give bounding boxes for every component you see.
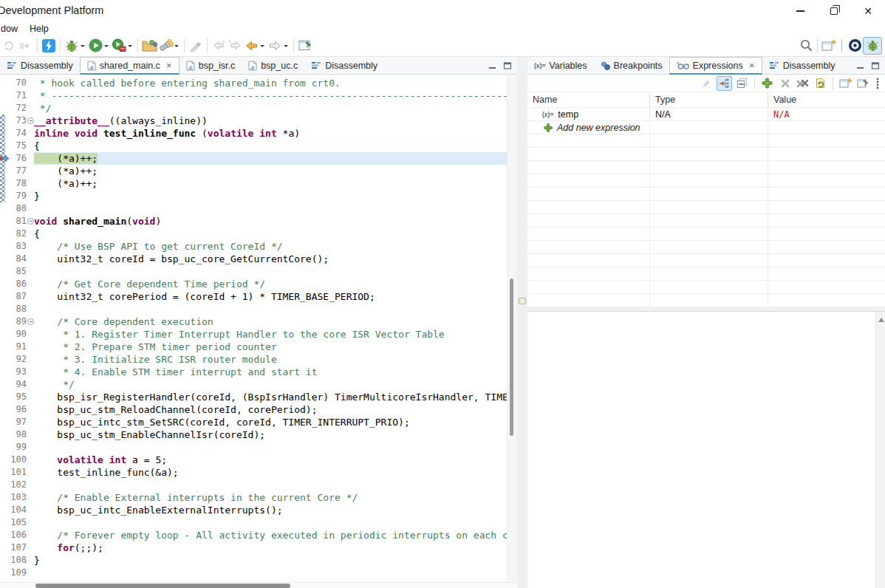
menu-help[interactable]: Help	[24, 22, 55, 35]
code-text[interactable]: /* Forever empty loop - All activity exe…	[34, 529, 507, 541]
code-line-98[interactable]: 98 bsp_uc_stm_EnableChannelIsr(coreId);	[0, 428, 507, 441]
empty-table-row[interactable]	[527, 214, 885, 228]
code-text[interactable]	[34, 479, 507, 491]
remove-all-expressions-icon[interactable]	[795, 76, 810, 91]
code-line-109[interactable]: 109	[0, 567, 507, 579]
mark-occurrences-icon[interactable]	[188, 37, 204, 55]
view-menu-icon[interactable]	[873, 76, 882, 91]
empty-table-row[interactable]	[527, 228, 885, 241]
code-text[interactable]: }	[34, 554, 507, 567]
code-line-83[interactable]: 83 /* Use BSP API to get current CoreId …	[0, 240, 507, 253]
code-line-72[interactable]: 72 */	[0, 102, 507, 114]
code-text[interactable]: volatile int a = 5;	[34, 454, 507, 466]
tab-disassembly-3[interactable]: Disassembly	[762, 57, 842, 74]
code-text[interactable]: __attribute__((always_inline))	[34, 114, 507, 127]
code-text[interactable]: void shared_main(void)	[34, 215, 507, 228]
tab-expressions[interactable]: x Expressions ✕	[669, 57, 762, 75]
code-text[interactable]: * 1. Register Timer Interrupt Handler to…	[34, 328, 507, 341]
code-line-90[interactable]: 90 * 1. Register Timer Interrupt Handler…	[0, 328, 507, 341]
empty-table-row[interactable]	[527, 294, 885, 307]
code-line-78[interactable]: 78 (*a)++;	[0, 177, 507, 190]
tab-disassembly-2[interactable]: Disassembly	[304, 57, 384, 74]
column-header-value[interactable]: Value	[768, 92, 885, 107]
code-text[interactable]	[34, 303, 507, 315]
code-text[interactable]: * hook called before entering shared_mai…	[34, 77, 507, 89]
empty-table-row[interactable]	[527, 174, 885, 188]
code-text[interactable]: test_inline_func(&a);	[34, 466, 507, 479]
code-text[interactable]	[34, 202, 507, 215]
code-line-102[interactable]: 102	[0, 479, 507, 491]
code-text[interactable]: bsp_uc_stm_EnableChannelIsr(coreId);	[34, 428, 507, 441]
tab-close-icon[interactable]: ✕	[166, 61, 172, 69]
horizontal-scrollbar-thumb[interactable]	[35, 584, 290, 588]
code-text[interactable]: (*a)++;	[34, 177, 507, 190]
empty-table-row[interactable]	[527, 281, 885, 294]
window-restore-button[interactable]	[817, 0, 851, 22]
code-text[interactable]: bsp_uc_intc_stm_SetSRC(coreId, coreId, T…	[34, 416, 507, 428]
tab-bsp-isr-c[interactable]: .c bsp_isr.c	[180, 57, 242, 74]
new-view-icon[interactable]	[838, 76, 853, 91]
code-line-100[interactable]: 100 volatile int a = 5;	[0, 454, 507, 466]
code-line-101[interactable]: 101 test_inline_func(&a);	[0, 466, 507, 479]
search-icon[interactable]	[798, 37, 814, 55]
code-text[interactable]: /* Core dependent execution	[34, 315, 507, 328]
code-text[interactable]: inline void test_inline_func (volatile i…	[34, 127, 507, 140]
flashlight-dropdown-icon[interactable]	[174, 45, 179, 49]
run-coverage-dropdown-icon[interactable]	[128, 45, 132, 49]
empty-table-row[interactable]	[527, 148, 885, 161]
code-line-79[interactable]: 79}	[0, 190, 507, 202]
code-line-94[interactable]: 94 */	[0, 378, 507, 391]
tab-close-icon[interactable]: ✕	[749, 61, 755, 69]
code-text[interactable]: * 2. Prepare STM timer period counter	[34, 341, 507, 353]
pane-sash[interactable]	[517, 57, 527, 588]
empty-table-row[interactable]	[527, 188, 885, 201]
open-perspective-icon[interactable]	[821, 37, 837, 55]
back-dropdown-icon[interactable]	[260, 45, 264, 49]
code-text[interactable]	[34, 567, 507, 579]
code-line-86[interactable]: 86 /* Get Core dependent Time period */	[0, 278, 507, 290]
code-line-73[interactable]: 73__attribute__((always_inline))	[0, 114, 507, 127]
code-text[interactable]: uint32_t coreId = bsp_uc_core_GetCurrent…	[34, 253, 507, 265]
code-text[interactable]	[34, 441, 507, 454]
overview-ruler[interactable]	[507, 75, 517, 582]
code-text[interactable]: * 3. Initialize SRC ISR router module	[34, 353, 507, 366]
add-expression-icon[interactable]	[759, 76, 775, 91]
code-text[interactable]: {	[34, 140, 507, 152]
window-minimize-button[interactable]	[783, 0, 817, 22]
code-line-88[interactable]: 88	[0, 303, 507, 315]
code-line-106[interactable]: 106 /* Forever empty loop - All activity…	[0, 529, 507, 541]
code-line-97[interactable]: 97 bsp_uc_intc_stm_SetSRC(coreId, coreId…	[0, 416, 507, 428]
code-line-76[interactable]: 76 (*a)++;	[0, 152, 507, 165]
show-type-names-icon[interactable]	[699, 76, 714, 91]
code-line-103[interactable]: 103 /* Enable External interrupts in the…	[0, 491, 507, 504]
code-line-85[interactable]: 85	[0, 265, 507, 278]
code-line-74[interactable]: 74inline void test_inline_func (volatile…	[0, 127, 507, 140]
code-line-91[interactable]: 91 * 2. Prepare STM timer period counter	[0, 341, 507, 353]
tab-shared-main-c[interactable]: .c shared_main.c ✕	[80, 57, 180, 75]
tab-breakpoints[interactable]: Breakpoints	[594, 57, 669, 74]
fold-collapse-icon[interactable]	[27, 117, 34, 124]
collapse-all-icon[interactable]	[734, 76, 750, 91]
code-text[interactable]: (*a)++;	[34, 152, 507, 165]
code-line-71[interactable]: 71 * -----------------------------------…	[0, 89, 507, 102]
debug-icon[interactable]	[64, 37, 80, 55]
vertical-scrollbar-thumb[interactable]	[510, 278, 513, 436]
back-icon[interactable]	[243, 37, 259, 55]
minimize-pane-icon[interactable]	[487, 60, 499, 72]
code-line-82[interactable]: 82{	[0, 228, 507, 240]
code-line-70[interactable]: 70 * hook called before entering shared_…	[0, 77, 507, 89]
code-line-96[interactable]: 96 bsp_uc_stm_ReloadChannel(coreId, core…	[0, 403, 507, 416]
code-line-93[interactable]: 93 * 4. Enable STM timer interrupt and s…	[0, 366, 507, 378]
code-line-84[interactable]: 84 uint32_t coreId = bsp_uc_core_GetCurr…	[0, 253, 507, 265]
cpp-perspective-icon[interactable]	[847, 37, 863, 55]
debug-dropdown-icon[interactable]	[81, 45, 85, 49]
code-line-81[interactable]: 81void shared_main(void)	[0, 215, 507, 228]
empty-table-row[interactable]	[527, 161, 885, 174]
code-text[interactable]: */	[34, 378, 507, 391]
detail-scrollbar[interactable]	[875, 312, 885, 588]
code-line-95[interactable]: 95 bsp_isr_RegisterHandler(coreId, (BspI…	[0, 391, 507, 403]
code-text[interactable]: for(;;);	[34, 541, 507, 554]
code-line-80[interactable]: 80	[0, 202, 507, 215]
pin-editor-icon[interactable]	[297, 37, 313, 55]
code-line-107[interactable]: 107 for(;;);	[0, 541, 507, 554]
